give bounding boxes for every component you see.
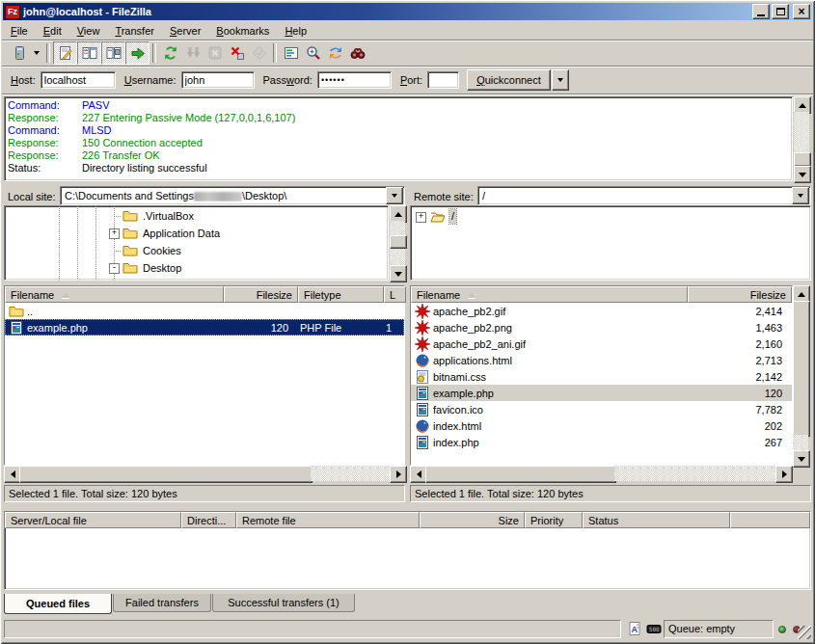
queue-column-server-local-file[interactable]: Server/Local file <box>5 512 181 528</box>
tree-collapse-icon[interactable]: - <box>109 263 120 274</box>
tree-item--virtualbox[interactable]: .VirtualBox <box>141 209 196 224</box>
remote-list-hscrollbar[interactable] <box>410 466 791 481</box>
column-header-filetype[interactable]: Filetype <box>298 286 384 303</box>
file-row-index.html[interactable]: index.html202 <box>411 417 792 434</box>
maximize-button[interactable] <box>772 4 789 19</box>
filename: index.php <box>433 437 479 448</box>
password-input[interactable] <box>317 71 392 89</box>
remote-list-scrollbar[interactable] <box>793 285 809 466</box>
message-log-scrollbar[interactable] <box>794 96 810 181</box>
message-log[interactable]: Command:PASVResponse:227 Entering Passiv… <box>4 96 793 181</box>
title-bar[interactable]: Fz john@localhost - FileZilla × <box>3 3 812 20</box>
scrollbar-track[interactable] <box>793 435 808 450</box>
tree-expand-icon[interactable]: + <box>109 228 120 239</box>
tree-item-cookies[interactable]: Cookies <box>141 244 183 258</box>
file-row-..[interactable]: .. <box>5 303 404 319</box>
minimize-button[interactable] <box>752 4 770 19</box>
speed-limit-icon[interactable]: 500 <box>646 621 662 636</box>
queue-column-remote-file[interactable]: Remote file <box>236 512 420 528</box>
tab-failed-transfers[interactable]: Failed transfers <box>113 594 211 612</box>
tab-queued-files[interactable]: Queued files <box>4 594 112 614</box>
file-row-index.php[interactable]: index.php267 <box>411 434 792 450</box>
find-files-button[interactable] <box>346 42 368 64</box>
process-queue-button[interactable] <box>181 42 204 64</box>
column-header-filesize[interactable]: Filesize <box>224 286 298 303</box>
menu-bookmarks[interactable]: Bookmarks <box>208 23 277 39</box>
queue-column-size[interactable]: Size <box>420 512 525 528</box>
remote-site-dropdown-button[interactable] <box>792 187 809 204</box>
file-row-favicon.ico[interactable]: favicon.ico7,782 <box>411 401 792 417</box>
scrollbar-thumb[interactable] <box>794 152 811 167</box>
file-row-applications.html[interactable]: applications.html2,713 <box>411 352 792 368</box>
queue-column-directi-[interactable]: Directi... <box>181 512 236 528</box>
toggle-message-log-button[interactable] <box>53 41 77 65</box>
toggle-transfer-queue-button[interactable] <box>125 41 149 65</box>
scrollbar-track[interactable] <box>311 466 390 481</box>
local-tree-scrollbar[interactable] <box>390 205 406 281</box>
compare-directories-button[interactable] <box>302 42 324 64</box>
tree-item-root[interactable]: / <box>449 209 456 224</box>
quickconnect-button[interactable]: Quickconnect <box>467 69 551 91</box>
scroll-down-button[interactable] <box>793 450 810 468</box>
data-type-ascii-icon[interactable]: A <box>627 621 642 636</box>
menu-edit[interactable]: Edit <box>36 23 69 39</box>
file-row-example.php[interactable]: example.php120PHP File1 <box>5 319 404 335</box>
local-list-hscrollbar[interactable] <box>4 466 405 481</box>
column-header-filename[interactable]: Filename <box>5 286 224 303</box>
scrollbar-thumb[interactable] <box>793 301 810 437</box>
cancel-operation-button[interactable] <box>204 42 226 64</box>
menu-file[interactable]: File <box>3 23 36 39</box>
remote-site-combobox[interactable]: / <box>477 186 811 205</box>
disconnect-button[interactable] <box>226 42 248 64</box>
scroll-right-button[interactable] <box>390 466 407 483</box>
scrollbar-track[interactable] <box>794 112 809 152</box>
file-row-apache-pb2.gif[interactable]: apache_pb2.gif2,414 <box>411 303 792 319</box>
menu-help[interactable]: Help <box>277 23 314 39</box>
queue-column-priority[interactable]: Priority <box>525 512 583 528</box>
refresh-button[interactable] <box>159 42 181 64</box>
local-site-dropdown-button[interactable] <box>386 187 403 204</box>
file-row-example.php[interactable]: example.php120 <box>411 385 792 401</box>
queue-column-blank[interactable] <box>730 512 810 528</box>
scrollbar-thumb[interactable] <box>425 466 616 483</box>
toggle-local-tree-button[interactable] <box>77 41 101 65</box>
remote-directory-tree[interactable]: +/ <box>410 205 811 281</box>
close-button[interactable]: × <box>793 4 810 19</box>
host-input[interactable] <box>41 71 116 89</box>
username-input[interactable] <box>181 71 255 89</box>
column-header-l[interactable]: L <box>384 286 406 303</box>
queue-column-status[interactable]: Status <box>583 512 730 528</box>
tree-expand-icon[interactable]: + <box>416 212 426 223</box>
file-row-apache-pb2.png[interactable]: apache_pb2.png1,463 <box>411 319 792 335</box>
menu-view[interactable]: View <box>69 23 108 39</box>
resize-grip[interactable] <box>798 626 811 639</box>
synchronized-browsing-button[interactable] <box>324 42 346 64</box>
transfer-queue-panel[interactable]: Server/Local fileDirecti...Remote fileSi… <box>4 511 811 590</box>
tree-item-desktop[interactable]: Desktop <box>141 261 183 276</box>
scrollbar-thumb[interactable] <box>19 466 312 483</box>
scroll-right-button[interactable] <box>775 466 793 483</box>
column-header-filesize[interactable]: Filesize <box>688 286 792 303</box>
menu-server[interactable]: Server <box>162 23 208 39</box>
menu-transfer[interactable]: Transfer <box>107 23 162 39</box>
scrollbar-track[interactable] <box>614 466 775 481</box>
directory-filters-button[interactable] <box>280 42 302 64</box>
scroll-down-button[interactable] <box>390 265 407 282</box>
quickconnect-dropdown-button[interactable] <box>552 69 569 91</box>
tab-successful-transfers-1-[interactable]: Successful transfers (1) <box>212 594 355 612</box>
file-row-apache-pb2-ani.gif[interactable]: apache_pb2_ani.gif2,160 <box>411 335 792 352</box>
local-directory-tree[interactable]: .VirtualBox+Application DataCookies-Desk… <box>4 205 389 281</box>
scrollbar-thumb[interactable] <box>390 235 407 249</box>
port-input[interactable] <box>427 71 459 89</box>
column-header-filename[interactable]: Filename <box>411 286 688 303</box>
site-manager-dropdown-button[interactable] <box>30 42 43 64</box>
local-file-list[interactable]: FilenameFilesizeFiletypeL..example.php12… <box>4 285 405 466</box>
remote-file-list[interactable]: FilenameFilesizeapache_pb2.gif2,414apach… <box>410 285 793 466</box>
file-row-bitnami.css[interactable]: bitnami.css2,142 <box>411 368 792 385</box>
open-site-manager-button[interactable] <box>8 42 30 64</box>
tree-item-application-data[interactable]: Application Data <box>141 227 222 241</box>
local-site-combobox[interactable]: C:\Documents and Settings\Desktop\ <box>60 186 405 205</box>
scroll-down-button[interactable] <box>794 166 811 183</box>
reconnect-button[interactable] <box>248 42 270 64</box>
toggle-remote-tree-button[interactable] <box>101 41 125 65</box>
